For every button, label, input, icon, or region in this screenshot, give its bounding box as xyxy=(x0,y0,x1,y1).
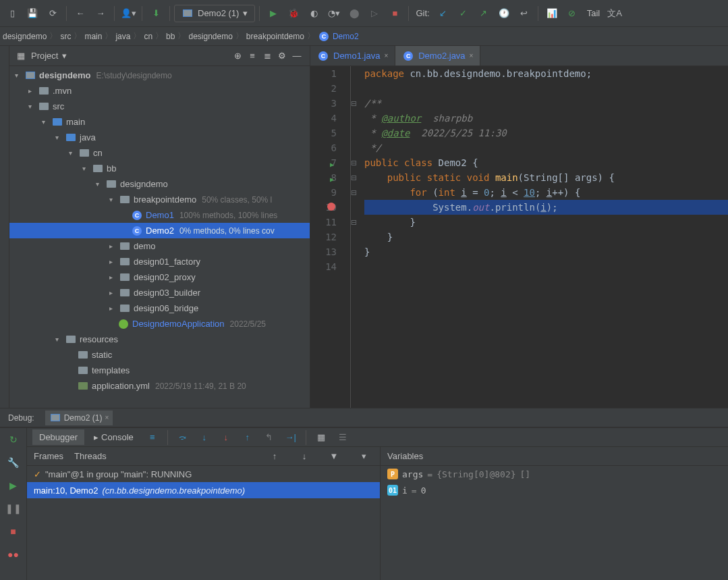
hide-icon[interactable]: — xyxy=(289,49,304,63)
more-icon[interactable]: ▾ xyxy=(354,447,373,466)
variable-row[interactable]: P args = {String[0]@802} [] xyxy=(381,466,728,482)
drop-frame-icon[interactable]: ↰ xyxy=(260,428,279,447)
bc-item[interactable]: bb xyxy=(166,32,175,41)
tree-row[interactable]: ▸.mvn xyxy=(9,83,310,99)
resume-icon[interactable]: ▶ xyxy=(6,478,21,493)
tree-row[interactable]: ▾designdemo xyxy=(9,176,310,192)
rerun-icon[interactable]: ↻ xyxy=(6,432,21,447)
bc-item[interactable]: designdemo xyxy=(188,32,232,41)
user-icon[interactable]: 👤▾ xyxy=(119,4,138,23)
tree-row[interactable]: ▾breakpointdemo50% classes, 50% l xyxy=(9,192,310,207)
stop-icon[interactable]: ■ xyxy=(385,4,404,23)
tree-row-yml[interactable]: application.yml2022/5/19 11:49, 21 B 20 xyxy=(9,378,310,394)
run-icon[interactable]: ▶ xyxy=(264,4,283,23)
locate-icon[interactable]: ⊕ xyxy=(230,49,245,63)
fold-gutter[interactable]: ⊟ ⊟⊟⊟ ⊟ xyxy=(351,66,360,408)
close-icon[interactable]: × xyxy=(384,52,388,59)
debugger-tab[interactable]: Debugger xyxy=(32,429,84,445)
bc-item[interactable]: Demo2 xyxy=(333,32,359,41)
tree-row[interactable]: static xyxy=(9,347,310,363)
refresh-icon[interactable]: ⟳ xyxy=(43,4,62,23)
threads-tab[interactable]: Threads xyxy=(74,451,107,461)
tree-row[interactable]: ▾bb xyxy=(9,161,310,176)
tree-row-demo1[interactable]: CDemo1100% methods, 100% lines xyxy=(9,207,310,223)
git-history-icon[interactable]: 🕐 xyxy=(495,4,513,23)
profile-icon[interactable]: ◔▾ xyxy=(325,4,343,23)
next-frame-icon[interactable]: ↓ xyxy=(295,447,314,466)
translate-icon[interactable]: 文A xyxy=(605,4,624,23)
gutter[interactable]: 1 2 3 4 5 6 7▶ 8▶ 9 10 11 12 13 14 xyxy=(310,66,351,408)
bc-item[interactable]: main xyxy=(84,32,102,41)
variable-row[interactable]: 01 i = 0 xyxy=(381,482,728,498)
modify-icon[interactable]: 🔧 xyxy=(6,455,21,470)
git-commit-icon[interactable]: ✓ xyxy=(454,4,473,23)
force-step-into-icon[interactable]: ↓ xyxy=(217,428,235,447)
console-tab[interactable]: ▸Console xyxy=(87,429,140,445)
step-into-icon[interactable]: ↓ xyxy=(195,428,214,447)
build-icon[interactable]: ⬇ xyxy=(146,4,165,23)
debug-icon[interactable]: 🐞 xyxy=(284,4,303,23)
tree-row[interactable]: templates xyxy=(9,363,310,378)
stop-icon[interactable]: ■ xyxy=(6,524,21,539)
frames-tab[interactable]: Frames xyxy=(34,451,63,461)
skip-icon[interactable]: ▷ xyxy=(365,4,384,23)
project-tree[interactable]: ▾ designdemo E:\study\designdemo ▸.mvn ▾… xyxy=(9,66,310,408)
tree-row-app[interactable]: DesigndemoApplication2022/5/25 xyxy=(9,316,310,332)
bc-item[interactable]: java xyxy=(115,32,130,41)
inspect-icon[interactable]: ⊘ xyxy=(563,4,582,23)
git-update-icon[interactable]: ↙ xyxy=(434,4,453,23)
editor-tab-demo2[interactable]: C Demo2.java × xyxy=(395,46,480,65)
trace-icon[interactable]: ☰ xyxy=(333,428,352,447)
run-config-selector[interactable]: Demo2 (1) ▾ xyxy=(174,5,255,22)
code-lines[interactable]: package cn.bb.designdemo.breakpointdemo;… xyxy=(360,66,728,408)
coverage-icon[interactable]: ◐ xyxy=(304,4,323,23)
bc-item[interactable]: breakpointdemo xyxy=(246,32,304,41)
breakpoint-icon[interactable] xyxy=(327,203,335,211)
stats-icon[interactable]: 📊 xyxy=(542,4,561,23)
thread-status-row[interactable]: ✓ "main"@1 in group "main": RUNNING xyxy=(27,466,380,482)
debug-session-tab[interactable]: Demo2 (1) × xyxy=(45,411,113,425)
bc-item[interactable]: src xyxy=(60,32,71,41)
filter-icon[interactable]: ▼ xyxy=(325,447,343,466)
step-over-icon[interactable]: ⤼ xyxy=(173,428,192,447)
prev-frame-icon[interactable]: ↑ xyxy=(265,447,284,466)
back-icon[interactable]: ← xyxy=(71,4,90,23)
tree-row[interactable]: ▾main xyxy=(9,114,310,130)
variables-tab[interactable]: Variables xyxy=(387,451,423,461)
step-out-icon[interactable]: ↑ xyxy=(238,428,257,447)
tree-row[interactable]: ▾java xyxy=(9,130,310,145)
breakpoints-icon[interactable]: ●● xyxy=(6,547,21,562)
tree-row[interactable]: ▸design06_bridge xyxy=(9,300,310,316)
bc-item[interactable]: cn xyxy=(144,32,152,41)
left-tool-stripe[interactable] xyxy=(0,46,9,408)
bc-item[interactable]: designdemo xyxy=(3,32,47,41)
git-push-icon[interactable]: ↗ xyxy=(474,4,493,23)
chevron-down-icon[interactable]: ▾ xyxy=(62,51,67,61)
settings-icon[interactable]: ⚙ xyxy=(275,49,289,63)
tree-row[interactable]: ▾resources xyxy=(9,332,310,347)
evaluate-icon[interactable]: ▦ xyxy=(312,428,331,447)
forward-icon[interactable]: → xyxy=(91,4,110,23)
tree-row[interactable]: ▸design02_proxy xyxy=(9,269,310,285)
tree-row[interactable]: ▸design01_factory xyxy=(9,254,310,269)
expand-icon[interactable]: ≡ xyxy=(245,49,260,63)
tree-row[interactable]: ▾src xyxy=(9,99,310,114)
new-file-icon[interactable]: ▯ xyxy=(3,4,22,23)
save-icon[interactable]: 💾 xyxy=(23,4,42,23)
tree-row-demo2[interactable]: CDemo20% methods, 0% lines cov xyxy=(9,223,310,238)
attach-icon[interactable]: ⬤ xyxy=(345,4,364,23)
show-exec-point-icon[interactable]: ≡ xyxy=(143,428,162,447)
pause-icon[interactable]: ❚❚ xyxy=(6,501,21,516)
close-icon[interactable]: × xyxy=(470,52,474,59)
stack-frame-row[interactable]: main:10, Demo2 (cn.bb.designdemo.breakpo… xyxy=(27,482,380,498)
run-to-cursor-icon[interactable]: →| xyxy=(281,428,300,447)
editor-tab-demo1[interactable]: C Demo1.java × xyxy=(310,46,395,65)
git-rollback-icon[interactable]: ↩ xyxy=(515,4,534,23)
collapse-icon[interactable]: ≣ xyxy=(260,49,275,63)
close-icon[interactable]: × xyxy=(105,414,109,421)
code-editor[interactable]: 1 2 3 4 5 6 7▶ 8▶ 9 10 11 12 13 14 ⊟ ⊟⊟⊟… xyxy=(310,66,728,408)
tree-row[interactable]: ▾cn xyxy=(9,145,310,161)
tree-row[interactable]: ▸design03_builder xyxy=(9,285,310,300)
tree-row-root[interactable]: ▾ designdemo E:\study\designdemo xyxy=(9,68,310,83)
tree-row[interactable]: ▸demo xyxy=(9,238,310,254)
